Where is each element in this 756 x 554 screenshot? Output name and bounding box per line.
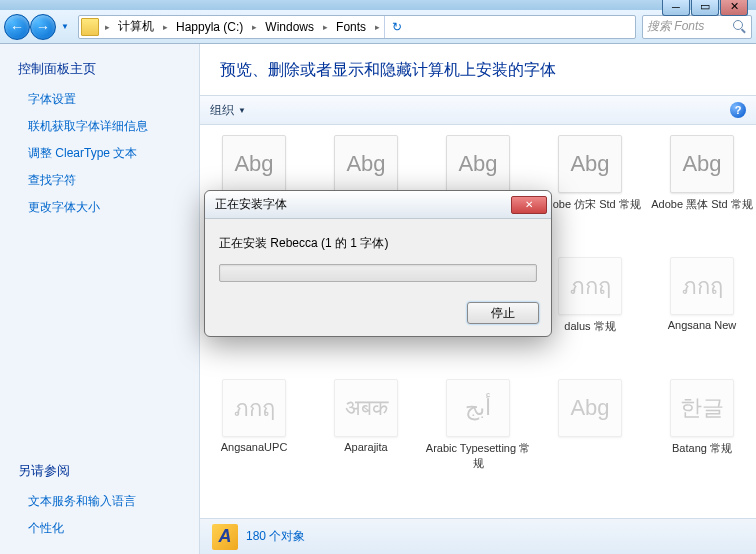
font-thumbnail: ภกฤ — [670, 257, 734, 315]
font-thumbnail: ภกฤ — [222, 379, 286, 437]
close-icon: ✕ — [525, 199, 533, 210]
dialog-message: 正在安装 Rebecca (1 的 1 字体) — [219, 235, 537, 252]
window-close-button[interactable]: ✕ — [720, 0, 748, 16]
progress-bar — [219, 264, 537, 282]
object-count-label: 180 个对象 — [246, 528, 305, 545]
maximize-button[interactable]: ▭ — [691, 0, 719, 16]
page-title: 预览、删除或者显示和隐藏计算机上安装的字体 — [200, 44, 756, 95]
window-titlebar: ─ ▭ ✕ — [0, 0, 756, 10]
sidebar-link-online-fonts[interactable]: 联机获取字体详细信息 — [0, 113, 199, 140]
help-icon[interactable]: ? — [730, 102, 746, 118]
history-dropdown-button[interactable]: ▼ — [58, 14, 72, 40]
chevron-down-icon: ▼ — [238, 106, 246, 115]
breadcrumb-segment[interactable]: Fonts — [332, 16, 371, 38]
content-toolbar: 组织 ▼ ? — [200, 95, 756, 125]
font-name-label: Batang 常规 — [672, 441, 732, 456]
font-thumbnail: ภกฤ — [558, 257, 622, 315]
breadcrumb-segment[interactable]: Windows — [261, 16, 319, 38]
breadcrumb-segment[interactable]: Happyla (C:) — [172, 16, 248, 38]
chevron-right-icon[interactable]: ▸ — [159, 22, 172, 32]
font-item[interactable]: AbgAdobe 黑体 Std 常规 — [648, 135, 756, 249]
sidebar-link-cleartype[interactable]: 调整 ClearType 文本 — [0, 140, 199, 167]
sidebar: 控制面板主页 字体设置 联机获取字体详细信息 调整 ClearType 文本 查… — [0, 44, 200, 554]
font-thumbnail: Abg — [446, 135, 510, 193]
sidebar-link-personalization[interactable]: 个性化 — [0, 515, 199, 542]
font-thumbnail: 한글 — [670, 379, 734, 437]
font-item[interactable]: ภกฤAngsana New — [648, 257, 756, 371]
navigation-toolbar: ← → ▼ ▸ 计算机 ▸ Happyla (C:) ▸ Windows ▸ F… — [0, 10, 756, 44]
font-name-label: Adobe 黑体 Std 常规 — [651, 197, 753, 212]
dialog-titlebar[interactable]: 正在安装字体 ✕ — [205, 191, 551, 219]
refresh-button[interactable]: ↻ — [384, 16, 408, 38]
organize-button[interactable]: 组织 ▼ — [210, 102, 246, 119]
statusbar: A 180 个对象 — [200, 518, 756, 554]
font-name-label: Aparajita — [344, 441, 387, 453]
search-icon — [733, 20, 747, 34]
font-thumbnail: Abg — [558, 379, 622, 437]
font-item[interactable]: أبجArabic Typesetting 常规 — [424, 379, 532, 508]
font-item[interactable]: AbgAdobe 仿宋 Std 常规 — [536, 135, 644, 249]
install-font-dialog: 正在安装字体 ✕ 正在安装 Rebecca (1 的 1 字体) 停止 — [204, 190, 552, 337]
folder-icon — [81, 18, 99, 36]
breadcrumb[interactable]: ▸ 计算机 ▸ Happyla (C:) ▸ Windows ▸ Fonts ▸… — [78, 15, 636, 39]
sidebar-link-text-services[interactable]: 文本服务和输入语言 — [0, 488, 199, 515]
font-thumbnail: अबक — [334, 379, 398, 437]
font-item[interactable]: 한글Batang 常规 — [648, 379, 756, 508]
font-name-label: Arabic Typesetting 常规 — [424, 441, 532, 471]
font-thumbnail: Abg — [670, 135, 734, 193]
minimize-button[interactable]: ─ — [662, 0, 690, 16]
arrow-right-icon: → — [36, 19, 50, 35]
dialog-close-button[interactable]: ✕ — [511, 196, 547, 214]
chevron-right-icon[interactable]: ▸ — [248, 22, 261, 32]
font-thumbnail: Abg — [222, 135, 286, 193]
sidebar-link-font-settings[interactable]: 字体设置 — [0, 86, 199, 113]
font-item[interactable]: अबकAparajita — [312, 379, 420, 508]
font-thumbnail: أبج — [446, 379, 510, 437]
breadcrumb-segment[interactable]: 计算机 — [114, 16, 159, 38]
chevron-right-icon[interactable]: ▸ — [319, 22, 332, 32]
search-placeholder: 搜索 Fonts — [647, 18, 704, 35]
font-item[interactable]: Abg — [536, 379, 644, 508]
back-button[interactable]: ← — [4, 14, 30, 40]
chevron-right-icon[interactable]: ▸ — [371, 22, 384, 32]
font-name-label: Angsana New — [668, 319, 737, 331]
fonts-folder-icon: A — [212, 524, 238, 550]
sidebar-heading: 控制面板主页 — [0, 56, 199, 86]
font-item[interactable]: ภกฤdalus 常规 — [536, 257, 644, 371]
font-thumbnail: Abg — [558, 135, 622, 193]
chevron-right-icon[interactable]: ▸ — [101, 22, 114, 32]
font-thumbnail: Abg — [334, 135, 398, 193]
font-item[interactable]: ภกฤAngsanaUPC — [200, 379, 308, 508]
sidebar-link-find-char[interactable]: 查找字符 — [0, 167, 199, 194]
forward-button[interactable]: → — [30, 14, 56, 40]
sidebar-see-also-heading: 另请参阅 — [0, 458, 199, 488]
font-name-label: dalus 常规 — [564, 319, 615, 334]
sidebar-link-font-size[interactable]: 更改字体大小 — [0, 194, 199, 221]
search-input[interactable]: 搜索 Fonts — [642, 15, 752, 39]
font-name-label: Adobe 仿宋 Std 常规 — [539, 197, 641, 212]
stop-button[interactable]: 停止 — [467, 302, 539, 324]
organize-label: 组织 — [210, 102, 234, 119]
font-name-label: AngsanaUPC — [221, 441, 288, 453]
arrow-left-icon: ← — [10, 19, 24, 35]
dialog-title-text: 正在安装字体 — [215, 196, 287, 213]
